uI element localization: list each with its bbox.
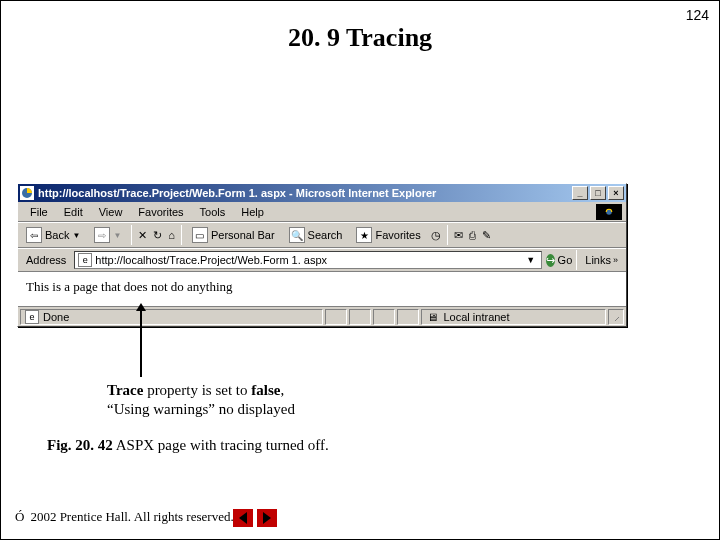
figure-caption: Fig. 20. 42 ASPX page with tracing turne… — [47, 437, 329, 454]
favorites-button[interactable]: ★ Favorites — [352, 225, 424, 245]
go-icon: ↪ — [546, 254, 555, 267]
svg-line-3 — [615, 313, 619, 321]
address-label: Address — [22, 254, 70, 266]
links-label: Links — [585, 254, 611, 266]
resize-grip[interactable] — [608, 309, 624, 325]
window-title: http://localhost/Trace.Project/Web.Form … — [38, 187, 570, 199]
page-type-icon: e — [78, 253, 92, 267]
triangle-right-icon — [263, 512, 271, 524]
links-button[interactable]: Links » — [581, 254, 622, 266]
page-body-text: This is a page that does not do anything — [26, 279, 233, 294]
annotation-false-word: false — [251, 382, 280, 398]
go-label: Go — [558, 254, 573, 266]
ie-window: http://localhost/Trace.Project/Web.Form … — [17, 183, 627, 327]
annotation-trace-word: Trace — [107, 382, 143, 398]
personal-bar-label: Personal Bar — [211, 229, 275, 241]
menu-help[interactable]: Help — [233, 204, 272, 220]
address-input[interactable]: e http://localhost/Trace.Project/Web.For… — [74, 251, 541, 269]
personal-bar-button[interactable]: ▭ Personal Bar — [188, 225, 279, 245]
close-button[interactable]: × — [608, 186, 624, 200]
home-icon[interactable]: ⌂ — [168, 229, 175, 241]
prev-slide-button[interactable] — [233, 509, 253, 527]
menu-file[interactable]: File — [22, 204, 56, 220]
status-pane-5 — [397, 309, 419, 325]
copyright-text: 2002 Prentice Hall. All rights reserved. — [30, 509, 233, 525]
separator — [576, 250, 577, 270]
go-button[interactable]: ↪ Go — [546, 254, 573, 267]
forward-button[interactable]: ⇨ ▼ — [90, 225, 125, 245]
forward-arrow-icon: ⇨ — [94, 227, 110, 243]
security-zone-pane: 🖥 Local intranet — [421, 309, 607, 325]
annotation-line1-mid: property is set to — [143, 382, 251, 398]
status-text: Done — [43, 311, 69, 323]
minimize-button[interactable]: _ — [572, 186, 588, 200]
dropdown-icon: ▼ — [113, 231, 121, 240]
search-icon: 🔍 — [289, 227, 305, 243]
figure-text: ASPX page with tracing turned off. — [113, 437, 329, 453]
personal-bar-icon: ▭ — [192, 227, 208, 243]
status-pane-2 — [325, 309, 347, 325]
next-slide-button[interactable] — [257, 509, 277, 527]
stop-icon[interactable]: ✕ — [138, 229, 147, 242]
menu-edit[interactable]: Edit — [56, 204, 91, 220]
figure-number: Fig. 20. 42 — [47, 437, 113, 453]
separator — [447, 225, 448, 245]
back-arrow-icon: ⇦ — [26, 227, 42, 243]
separator — [181, 225, 182, 245]
history-icon[interactable]: ◷ — [431, 229, 441, 242]
footer-copyright: Ó 2002 Prentice Hall. All rights reserve… — [15, 509, 234, 525]
address-bar: Address e http://localhost/Trace.Project… — [18, 248, 626, 272]
intranet-icon: 🖥 — [426, 310, 440, 324]
menu-favorites[interactable]: Favorites — [130, 204, 191, 220]
search-button[interactable]: 🔍 Search — [285, 225, 347, 245]
page-content: This is a page that does not do anything — [18, 272, 626, 306]
annotation-line2: “Using warnings” no displayed — [107, 400, 295, 419]
mail-icon[interactable]: ✉ — [454, 229, 463, 242]
section-heading: 20. 9 Tracing — [1, 23, 719, 53]
favorites-label: Favorites — [375, 229, 420, 241]
status-bar: e Done 🖥 Local intranet — [18, 306, 626, 326]
status-pane-3 — [349, 309, 371, 325]
annotation-arrow — [140, 309, 142, 377]
slide-nav — [233, 509, 277, 527]
annotation-line1-tail: , — [280, 382, 284, 398]
copyright-symbol: Ó — [15, 509, 24, 525]
links-chevron-icon: » — [613, 255, 618, 265]
window-buttons: _ □ × — [570, 186, 624, 200]
maximize-button[interactable]: □ — [590, 186, 606, 200]
back-label: Back — [45, 229, 69, 241]
refresh-icon[interactable]: ↻ — [153, 229, 162, 242]
url-text: http://localhost/Trace.Project/Web.Form … — [95, 254, 520, 266]
done-icon: e — [25, 310, 39, 324]
favorites-icon: ★ — [356, 227, 372, 243]
separator — [131, 225, 132, 245]
back-button[interactable]: ⇦ Back ▼ — [22, 225, 84, 245]
print-icon[interactable]: ⎙ — [469, 229, 476, 241]
window-titlebar: http://localhost/Trace.Project/Web.Form … — [18, 184, 626, 202]
status-pane-4 — [373, 309, 395, 325]
search-label: Search — [308, 229, 343, 241]
status-main-pane: e Done — [20, 309, 323, 325]
triangle-left-icon — [239, 512, 247, 524]
zone-text: Local intranet — [444, 311, 510, 323]
menu-view[interactable]: View — [91, 204, 131, 220]
annotation-text: Trace property is set to false, “Using w… — [107, 381, 295, 419]
menu-tools[interactable]: Tools — [192, 204, 234, 220]
ie-page-icon — [20, 186, 34, 200]
ie-logo-icon — [596, 204, 622, 220]
grip-icon — [613, 311, 619, 323]
page-number: 124 — [686, 7, 709, 23]
address-dropdown-icon[interactable]: ▼ — [524, 255, 538, 265]
toolbar: ⇦ Back ▼ ⇨ ▼ ✕ ↻ ⌂ ▭ Personal Bar 🔍 Sear… — [18, 222, 626, 248]
edit-icon[interactable]: ✎ — [482, 229, 491, 242]
slide: 124 20. 9 Tracing http://localhost/Trace… — [0, 0, 720, 540]
dropdown-icon: ▼ — [72, 231, 80, 240]
menubar: File Edit View Favorites Tools Help — [18, 202, 626, 222]
